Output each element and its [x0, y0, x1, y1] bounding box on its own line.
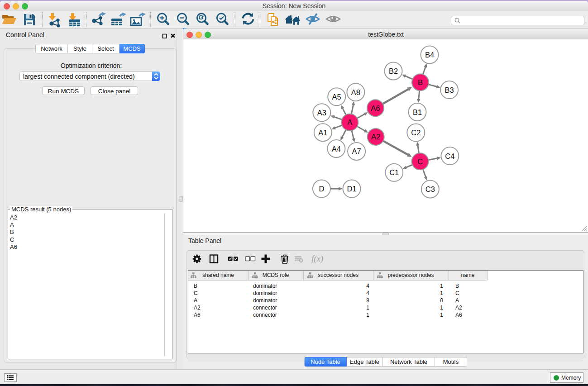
svg-text:C3: C3	[425, 185, 435, 193]
svg-text:A3: A3	[317, 109, 326, 117]
svg-text:A7: A7	[352, 147, 361, 155]
svg-text:A5: A5	[332, 93, 341, 101]
svg-text:B4: B4	[425, 51, 434, 59]
svg-text:B3: B3	[445, 86, 454, 94]
svg-text:C: C	[417, 157, 423, 166]
svg-text:D: D	[319, 185, 324, 193]
svg-text:C4: C4	[445, 152, 454, 160]
svg-text:A6: A6	[371, 104, 380, 112]
svg-text:C2: C2	[411, 129, 421, 137]
svg-text:B: B	[418, 78, 423, 86]
svg-text:f(x): f(x)	[311, 254, 323, 264]
svg-text:A2: A2	[371, 133, 380, 141]
svg-text:A4: A4	[332, 145, 341, 153]
svg-text:C1: C1	[389, 168, 399, 176]
svg-text:B1: B1	[413, 108, 422, 116]
svg-text:A1: A1	[318, 129, 327, 137]
svg-text:D1: D1	[347, 185, 356, 193]
svg-text:B2: B2	[389, 67, 398, 75]
svg-text:A8: A8	[351, 88, 360, 96]
svg-text:A: A	[347, 118, 352, 126]
